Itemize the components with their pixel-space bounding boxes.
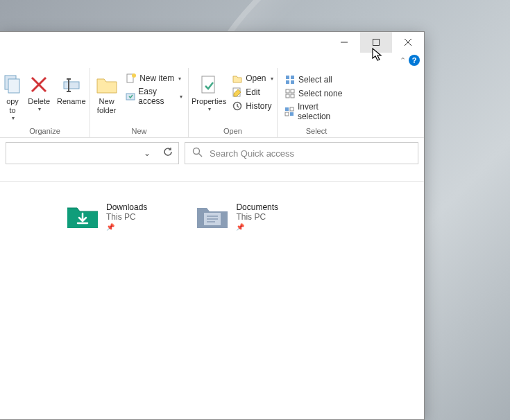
edit-icon	[232, 87, 243, 98]
copy-icon	[1, 73, 24, 96]
svg-rect-28	[285, 112, 289, 116]
svg-rect-18	[286, 76, 289, 79]
quick-access-downloads[interactable]: Downloads This PC 📌	[66, 202, 147, 399]
properties-icon	[198, 73, 220, 96]
item-subtitle: This PC	[236, 212, 278, 222]
open-button[interactable]: Open ▾	[229, 72, 275, 85]
maximize-button[interactable]	[360, 32, 392, 53]
svg-rect-8	[64, 82, 79, 89]
search-icon	[192, 147, 203, 159]
edit-button[interactable]: Edit	[229, 86, 275, 98]
chevron-down-icon: ▾	[208, 106, 211, 112]
new-item-button[interactable]: New item ▾	[123, 72, 185, 85]
content-area: Downloads This PC 📌 Documents This PC 📌	[0, 182, 424, 419]
select-none-button[interactable]: Select none	[282, 87, 352, 100]
minimize-button[interactable]	[328, 32, 360, 53]
chevron-down-icon: ▾	[271, 76, 273, 82]
search-input[interactable]: Search Quick access	[185, 142, 418, 164]
address-bar[interactable]: ⌄	[6, 142, 179, 164]
rename-icon	[60, 73, 83, 96]
rename-button[interactable]: Rename	[56, 72, 87, 107]
svg-rect-21	[291, 80, 294, 84]
chevron-down-icon: ▾	[178, 76, 181, 82]
pin-icon: 📌	[236, 223, 278, 231]
svg-rect-23	[291, 89, 294, 93]
select-none-icon	[284, 88, 296, 99]
folder-icon	[96, 73, 118, 96]
downloads-folder-icon	[66, 202, 99, 230]
select-all-button[interactable]: Select all	[282, 73, 352, 86]
item-title: Documents	[236, 202, 278, 212]
item-subtitle: This PC	[106, 212, 147, 222]
svg-rect-22	[286, 89, 289, 93]
svg-rect-24	[286, 94, 289, 98]
svg-line-31	[199, 154, 203, 157]
chevron-down-icon: ▾	[180, 94, 182, 100]
chevron-down-icon: ▾	[12, 115, 15, 121]
svg-rect-19	[291, 76, 294, 79]
svg-point-30	[194, 148, 200, 155]
quick-access-documents[interactable]: Documents This PC 📌	[196, 202, 278, 399]
group-label-new: New	[93, 125, 185, 137]
easy-access-icon	[126, 91, 135, 102]
item-title: Downloads	[106, 202, 147, 212]
group-label-select: Select	[280, 125, 352, 137]
properties-button[interactable]: Properties ▾	[192, 72, 226, 114]
svg-rect-5	[8, 79, 19, 93]
svg-rect-29	[290, 112, 294, 116]
documents-folder-icon	[196, 202, 229, 230]
svg-point-13	[132, 73, 136, 78]
select-all-icon	[284, 74, 296, 85]
svg-rect-25	[291, 94, 294, 98]
invert-selection-button[interactable]: Invert selection	[282, 101, 352, 122]
new-item-icon	[126, 73, 137, 84]
ribbon-collapse-bar: ⌃ ?	[0, 53, 424, 68]
svg-rect-20	[286, 80, 289, 84]
address-bar-row: ⌄ Search Quick access	[0, 138, 424, 168]
group-label-organize: Organize	[3, 125, 87, 137]
invert-selection-icon	[284, 106, 295, 117]
close-button[interactable]	[392, 32, 424, 53]
delete-x-icon	[28, 73, 50, 96]
collapse-ribbon-icon[interactable]: ⌃	[400, 56, 406, 65]
group-label-open: Open	[192, 125, 274, 137]
titlebar	[0, 32, 424, 53]
easy-access-button[interactable]: Easy access ▾	[123, 86, 185, 107]
open-icon	[232, 73, 243, 84]
search-placeholder: Search Quick access	[210, 148, 294, 159]
svg-rect-15	[202, 76, 214, 93]
svg-rect-27	[290, 107, 294, 111]
svg-rect-26	[285, 107, 289, 111]
copy-to-button[interactable]: opy to ▾	[3, 72, 22, 123]
history-button[interactable]: History	[229, 100, 275, 112]
pin-icon: 📌	[106, 223, 147, 231]
chevron-down-icon[interactable]: ⌄	[144, 148, 151, 158]
history-icon	[232, 100, 243, 112]
file-explorer-window: ⌃ ? opy to ▾ Delete ▾	[0, 31, 425, 420]
ribbon: opy to ▾ Delete ▾ Rename Organiz	[0, 68, 424, 138]
help-icon[interactable]: ?	[409, 55, 420, 66]
refresh-icon[interactable]	[163, 147, 173, 159]
chevron-down-icon: ▾	[38, 106, 41, 112]
svg-rect-1	[373, 40, 380, 46]
new-folder-button[interactable]: Newfolder	[93, 72, 120, 116]
svg-rect-14	[126, 94, 135, 100]
delete-button[interactable]: Delete ▾	[24, 72, 55, 114]
